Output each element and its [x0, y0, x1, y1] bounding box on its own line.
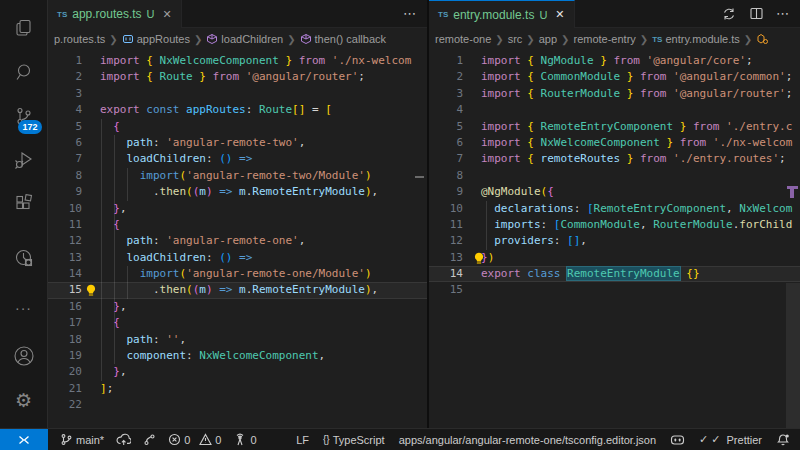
breadcrumb-symbol-then-callback[interactable]: then() callback — [300, 33, 387, 45]
breadcrumb-folder[interactable]: src — [508, 33, 523, 45]
code-line[interactable]: 19 component: NxWelcomeComponent, — [48, 348, 427, 364]
code-line[interactable]: 5import { RemoteEntryComponent } from '.… — [429, 119, 800, 135]
code-line[interactable]: 12 providers: [], — [429, 233, 800, 249]
typescript-file-icon: TS — [438, 10, 448, 19]
code-line[interactable]: 9 .then((m) => m.RemoteEntryModule), — [48, 184, 427, 200]
code-line[interactable]: 14 import('angular-remote-one/Module') — [48, 266, 427, 282]
code-line[interactable]: 12 path: 'angular-remote-one', — [48, 233, 427, 249]
code-line[interactable]: 11 { — [48, 217, 427, 233]
braces-icon: {} — [323, 434, 330, 445]
language-mode-indicator[interactable]: {} TypeScript — [323, 434, 385, 446]
ports-indicator[interactable]: 0 — [233, 433, 256, 446]
code-line[interactable]: 1import { NxWelcomeComponent } from './n… — [48, 53, 427, 69]
overview-ruler-left[interactable] — [413, 50, 427, 428]
code-line[interactable]: 1import { NgModule } from '@angular/core… — [429, 53, 800, 69]
code-line[interactable]: 8 — [429, 168, 800, 184]
line-number: 18 — [48, 332, 82, 348]
publish-changes-button[interactable] — [116, 433, 131, 446]
glyph-margin — [82, 233, 100, 249]
breadcrumb-symbol-class[interactable] — [756, 33, 768, 45]
chevron-right-icon: ❯ — [744, 34, 752, 45]
code-line[interactable]: 20 }, — [48, 364, 427, 380]
breadcrumb-file[interactable]: TS entry.module.ts — [652, 33, 740, 45]
breadcrumb-symbol-loadchildren[interactable]: loadChildren — [206, 33, 283, 45]
split-editor-icon[interactable] — [749, 6, 764, 21]
code-line[interactable]: 10 declarations: [RemoteEntryComponent, … — [429, 201, 800, 217]
open-changes-icon[interactable] — [721, 6, 737, 22]
eol-indicator[interactable]: LF — [296, 434, 309, 446]
code-line[interactable]: 5 { — [48, 119, 427, 135]
settings-gear-icon[interactable]: ⚙ — [0, 378, 48, 422]
code-line[interactable]: 6 path: 'angular-remote-two', — [48, 135, 427, 151]
breadcrumb-file[interactable]: p.routes.ts — [54, 33, 105, 45]
editor-actions-more-icon[interactable]: ⋯ — [776, 6, 790, 21]
breadcrumb-folder[interactable]: remote-entry — [573, 33, 635, 45]
branch-indicator[interactable]: main* — [60, 433, 104, 446]
code-line[interactable]: 4export const appRoutes: Route[] = [ — [48, 102, 427, 118]
code-line-content: }, — [100, 299, 127, 315]
lightbulb-icon[interactable] — [473, 252, 485, 265]
code-line[interactable]: 17 { — [48, 315, 427, 331]
tab-entry-module[interactable]: TS entry.module.ts U ✕ — [429, 0, 575, 28]
close-icon[interactable]: ✕ — [163, 8, 172, 21]
code-line[interactable]: 21]; — [48, 381, 427, 397]
breadcrumb-symbol-approutes[interactable]: appRoutes — [122, 33, 190, 45]
line-number: 13 — [48, 250, 82, 266]
chevron-right-icon: ❯ — [526, 34, 534, 45]
extensions-icon[interactable] — [0, 182, 48, 226]
code-line[interactable]: 6import { NxWelcomeComponent } from './n… — [429, 135, 800, 151]
code-line[interactable]: 13 loadChildren: () => — [48, 250, 427, 266]
source-control-icon[interactable]: 172 — [0, 94, 48, 138]
code-line[interactable]: 15 .then((m) => m.RemoteEntryModule), — [48, 282, 427, 298]
breadcrumb-folder[interactable]: app — [539, 33, 557, 45]
code-line[interactable]: 2import { CommonModule } from '@angular/… — [429, 69, 800, 85]
code-line[interactable]: 11 imports: [CommonModule, RouterModule.… — [429, 217, 800, 233]
line-number: 6 — [48, 135, 82, 151]
glyph-margin — [82, 217, 100, 233]
code-editor-left[interactable]: 1import { NxWelcomeComponent } from './n… — [48, 50, 427, 428]
code-line[interactable]: 3 — [48, 86, 427, 102]
merge-status-indicator[interactable] — [143, 433, 156, 446]
glyph-margin — [463, 151, 481, 167]
ts-config-indicator[interactable]: apps/angular/angular-remote-one/tsconfig… — [399, 434, 656, 446]
code-line[interactable]: 15 — [429, 282, 800, 298]
problems-indicator[interactable]: 0 0 — [168, 433, 221, 446]
run-and-debug-icon[interactable] — [0, 138, 48, 182]
code-line-content: import { CommonModule } from '@angular/c… — [481, 69, 792, 85]
line-number: 1 — [429, 53, 463, 69]
explorer-icon[interactable] — [0, 6, 48, 50]
scrollbar-slider[interactable] — [786, 283, 800, 428]
code-line-content: ]; — [100, 381, 113, 397]
code-line[interactable]: 14export class RemoteEntryModule {} — [429, 266, 800, 282]
accounts-icon[interactable] — [0, 334, 48, 378]
close-icon[interactable]: ✕ — [555, 8, 564, 21]
code-line[interactable]: 7import { remoteRoutes } from './entry.r… — [429, 151, 800, 167]
code-line[interactable]: 18 path: '', — [48, 332, 427, 348]
code-line[interactable]: 10 }, — [48, 201, 427, 217]
notifications-bell[interactable] — [776, 433, 790, 447]
tab-app-routes[interactable]: TS app.routes.ts U ✕ — [48, 0, 182, 28]
code-line[interactable]: 4 — [429, 102, 800, 118]
nx-console-icon[interactable] — [0, 236, 48, 280]
more-actions-icon[interactable]: ··· — [0, 286, 48, 330]
breadcrumb-folder[interactable]: remote-one — [435, 33, 491, 45]
search-icon[interactable] — [0, 50, 48, 94]
remote-indicator[interactable] — [0, 429, 48, 450]
code-line[interactable]: 2import { Route } from '@angular/router'… — [48, 69, 427, 85]
formatter-status[interactable]: ✓✓ Prettier — [699, 433, 762, 446]
editor-actions-more-icon[interactable]: ⋯ — [403, 6, 417, 21]
code-line[interactable]: 3import { RouterModule } from '@angular/… — [429, 86, 800, 102]
code-line[interactable]: 22 — [48, 397, 427, 413]
code-line-content: export class RemoteEntryModule {} — [481, 266, 700, 282]
code-editor-right[interactable]: 1import { NgModule } from '@angular/core… — [429, 50, 800, 428]
overview-ruler-right[interactable] — [786, 50, 800, 428]
code-line[interactable]: 9@NgModule({ — [429, 184, 800, 200]
error-icon — [168, 433, 181, 446]
code-line[interactable]: 16 }, — [48, 299, 427, 315]
lightbulb-icon[interactable] — [85, 284, 97, 297]
code-line-content: @NgModule({ — [481, 184, 554, 200]
code-line[interactable]: 13}) — [429, 250, 800, 266]
code-line[interactable]: 7 loadChildren: () => — [48, 151, 427, 167]
copilot-status[interactable] — [670, 433, 685, 446]
code-line[interactable]: 8 import('angular-remote-two/Module') — [48, 168, 427, 184]
